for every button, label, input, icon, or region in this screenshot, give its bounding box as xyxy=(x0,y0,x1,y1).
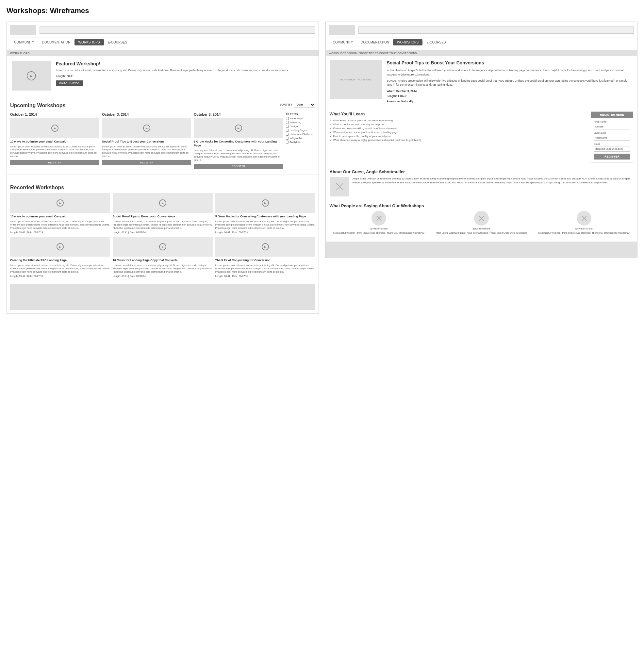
recorded-thumb-3: ▶ xyxy=(215,193,315,213)
recorded-play-4[interactable]: ▶ xyxy=(56,243,64,250)
nav-community[interactable]: COMMUNITY xyxy=(10,39,38,45)
learn-section: What You'll Learn What kinds of social p… xyxy=(326,108,638,166)
workshop-date-1: October 1, 2014 xyxy=(10,112,99,116)
logo-bar xyxy=(10,25,315,35)
nav-workshops[interactable]: WORKSHOPS xyxy=(74,39,104,45)
filter-checkbox-design[interactable] xyxy=(286,125,289,128)
watch-video-button[interactable]: WATCH VIDEO xyxy=(56,81,83,86)
right-nav-workshops[interactable]: WORKSHOPS xyxy=(393,39,422,45)
sort-dropdown[interactable]: Date xyxy=(294,102,315,108)
recorded-play-5[interactable]: ▶ xyxy=(159,243,166,250)
email-label: Email xyxy=(594,142,630,146)
testimonials-title: What People are Saying About Our Worksho… xyxy=(330,203,634,208)
workshops-grid: October 1, 2014 ▶ 10 ways to optimize yo… xyxy=(10,112,283,169)
register-form: REGISTER HERE First Name Last Name Email… xyxy=(591,111,633,162)
detail-info: Social Proof Tips to Boost Your Conversi… xyxy=(387,60,634,104)
filter-label-design: Design xyxy=(290,125,298,128)
logo xyxy=(10,25,36,35)
right-logo xyxy=(329,25,355,35)
filter-checkbox-landing-pages[interactable] xyxy=(286,129,289,132)
detail-thumbnail: WORKSHOP THUMBNAIL xyxy=(330,60,382,99)
register-button-3[interactable]: REGISTER xyxy=(194,164,283,169)
recorded-desc-5: Lorem ipsum dolor sit amet, consectetur … xyxy=(113,264,213,273)
workshop-card-2: October 3, 2014 ▶ Social Proof Tips to B… xyxy=(102,112,191,169)
recorded-desc-6: Lorem ipsum dolor sit amet, consectetur … xyxy=(215,264,315,273)
recorded-section: Recorded Workshops ▶ 10 ways to optimize… xyxy=(7,177,319,281)
detail-meta: When: October 3, 2014 Length: 1 Hour Awe… xyxy=(387,89,634,104)
upcoming-section: Upcoming Workshops SORT BY Date October … xyxy=(7,95,319,172)
testimonial-handle-2: @twitterhandle xyxy=(432,227,531,230)
email-input[interactable] xyxy=(594,146,630,152)
register-button-1[interactable]: REGISTER xyxy=(10,160,99,165)
recorded-meta-5: Length: 68:41 | Date: 08/07/14 xyxy=(113,274,213,278)
nav-documentation[interactable]: DOCUMENTATION xyxy=(38,39,74,45)
workshop-title-3: 5 Grow Hacks for Converting Customers wi… xyxy=(194,140,283,148)
right-nav-community[interactable]: COMMUNITY xyxy=(329,39,357,45)
recorded-title-2: Social Proof Tips to Boost your Conversi… xyxy=(113,215,213,219)
about-section: About Our Guest, Angie Schottmuller Angi… xyxy=(326,166,638,200)
play-icon-1[interactable]: ▶ xyxy=(51,125,59,132)
about-content: Angie is the Director of Inmersive Strat… xyxy=(330,177,634,196)
right-panel: COMMUNITY DOCUMENTATION WORKSHOPS E-COUR… xyxy=(325,22,638,258)
play-icon-2[interactable]: ▶ xyxy=(143,125,150,132)
page-title: Workshops: Wireframes xyxy=(6,6,638,15)
workshop-desc-2: Lorem ipsum dolor sit amet, consectetur … xyxy=(102,145,191,158)
filter-checkbox-mentoring[interactable] xyxy=(286,121,289,124)
recorded-play-6[interactable]: ▶ xyxy=(262,243,269,250)
filter-checkbox-infographic[interactable] xyxy=(286,137,289,139)
detail-thumb-label: WORKSHOP THUMBNAIL xyxy=(340,78,371,81)
left-header: COMMUNITY DOCUMENTATION WORKSHOPS E-COUR… xyxy=(7,22,319,50)
featured-workshop: ▶ Featured Workshop! Lorem ipsum dolor s… xyxy=(7,56,319,95)
recorded-play-2[interactable]: ▶ xyxy=(159,199,166,206)
register-submit-button[interactable]: REGISTER xyxy=(594,154,630,159)
search-bar xyxy=(40,26,315,34)
learn-item-5: How to score/grade the quality of your s… xyxy=(330,135,587,138)
avatar-x-icon xyxy=(335,182,344,192)
detail-title: Social Proof Tips to Boost Your Conversi… xyxy=(387,60,634,66)
filter-checkbox-unbounce[interactable] xyxy=(286,133,289,136)
workshops-with-filters: October 1, 2014 ▶ 10 ways to optimize yo… xyxy=(10,112,315,169)
about-title: About Our Guest, Angie Schottmuller xyxy=(330,169,634,174)
testimonials-section: What People are Saying About Our Worksho… xyxy=(326,200,638,238)
recorded-desc-2: Lorem ipsum dolor sit amet, consectetur … xyxy=(113,220,213,229)
recorded-thumb-1: ▶ xyxy=(10,193,110,213)
testimonial-text-2: Most useful webinar I think I have ever … xyxy=(432,232,531,235)
nav-ecourses[interactable]: E-COURSES xyxy=(104,39,131,45)
testimonial-2: @twitterhandle Most useful webinar I thi… xyxy=(432,211,531,235)
last-name-input[interactable] xyxy=(594,135,630,140)
filters-panel: FILTERS Page Fright Mentoring Design xyxy=(286,112,315,169)
right-logo-bar xyxy=(329,25,634,35)
filter-checkbox-page-fright[interactable] xyxy=(286,117,289,120)
testimonial-text-1: Most useful webinar I think I have ever … xyxy=(330,232,428,235)
right-search-bar xyxy=(359,26,634,34)
recorded-card-6: ▶ The 5 Ps of Copywriting for Conversion… xyxy=(215,237,315,278)
play-icon-3[interactable]: ▶ xyxy=(235,125,242,132)
first-name-input[interactable] xyxy=(594,124,630,129)
recorded-meta-3: Length: 68:41 | Date: 08/07/14 xyxy=(215,231,315,234)
register-button-2[interactable]: REGISTER xyxy=(102,160,191,165)
recorded-card-5: ▶ 10 Rules for Landing Page Copy that Co… xyxy=(113,237,213,278)
filter-unbounce: Unbounce Platforms xyxy=(286,133,315,136)
right-nav-ecourses[interactable]: E-COURSES xyxy=(422,39,450,45)
recorded-meta-6: Length: 68:41 | Date: 08/07/14 xyxy=(215,274,315,278)
learn-item-3: Common conversion-killing social proof i… xyxy=(330,127,587,130)
sort-by-control: SORT BY Date xyxy=(279,102,315,108)
right-nav-documentation[interactable]: DOCUMENTATION xyxy=(357,39,393,45)
workshop-thumb-1: ▶ xyxy=(10,118,99,138)
recorded-title-3: 5 Grow Hacks for Converting Customers wi… xyxy=(215,215,315,219)
detail-description: In this Uwebinar, Angie Schottmuller wil… xyxy=(387,68,634,77)
featured-video-thumb[interactable]: ▶ xyxy=(12,61,51,91)
filter-checkbox-analytics[interactable] xyxy=(286,140,289,144)
workshop-title-1: 10 ways to optimize your email Campaign xyxy=(10,140,99,144)
testimonial-avatar-3 xyxy=(577,211,591,225)
recorded-card-4: ▶ Creating the Ultimate PPC Landing Page… xyxy=(10,237,110,278)
right-breadcrumb: WORKSHOPS / SOCIAL PROOF TIPS TO BOOST Y… xyxy=(326,50,638,56)
recorded-play-3[interactable]: ▶ xyxy=(262,199,269,206)
play-icon[interactable]: ▶ xyxy=(27,71,36,81)
workshop-desc-3: Lorem ipsum dolor sit amet, consectetur … xyxy=(194,149,283,161)
recorded-row-1: ▶ 10 ways to optimize your email Campaig… xyxy=(10,193,315,234)
filter-label-page-fright: Page Fright xyxy=(290,117,303,120)
recorded-title-1: 10 ways to optimize your email Campaign xyxy=(10,215,110,219)
recorded-meta-2: Length: 68:41 | Date: 08/07/14 xyxy=(113,231,213,234)
recorded-play-1[interactable]: ▶ xyxy=(56,199,64,206)
